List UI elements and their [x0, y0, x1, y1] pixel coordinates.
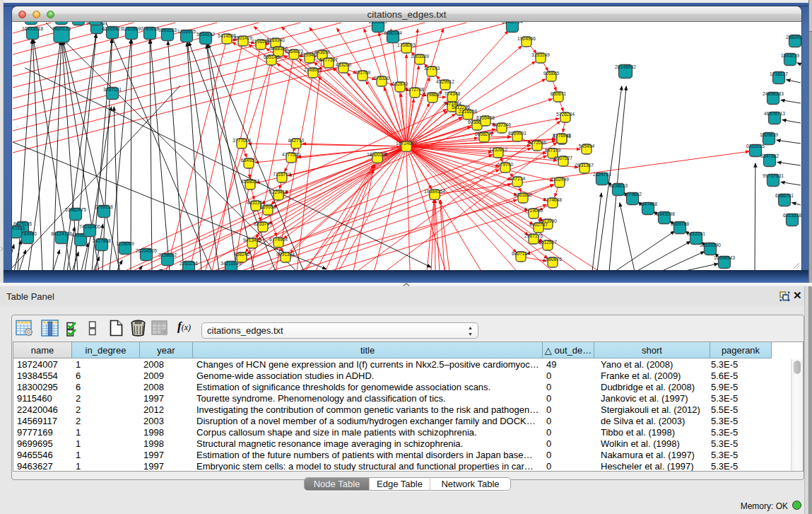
svg-text:6705466: 6705466	[476, 115, 495, 120]
svg-text:99737631: 99737631	[763, 173, 784, 178]
svg-text:0229413: 0229413	[269, 189, 288, 194]
svg-text:3287101: 3287101	[103, 87, 122, 92]
svg-text:1161559: 1161559	[122, 26, 141, 31]
svg-text:74016400: 74016400	[79, 224, 100, 229]
svg-text:3777014: 3777014	[233, 138, 251, 143]
svg-text:1316475: 1316475	[177, 29, 196, 34]
svg-text:9600133: 9600133	[52, 26, 71, 31]
svg-text:6272046: 6272046	[528, 140, 546, 145]
svg-text:0647468: 0647468	[639, 201, 657, 206]
svg-text:3172788: 3172788	[406, 87, 424, 92]
svg-text:2316658: 2316658	[459, 109, 477, 114]
svg-text:10433218: 10433218	[22, 26, 43, 31]
svg-text:632870: 632870	[392, 81, 408, 86]
svg-text:16998543: 16998543	[714, 255, 735, 260]
svg-text:2427868: 2427868	[93, 238, 111, 243]
svg-text:0103105: 0103105	[746, 144, 765, 148]
svg-text:7174648: 7174648	[543, 197, 562, 202]
svg-text:0831367: 0831367	[575, 163, 594, 168]
svg-text:443699: 443699	[314, 49, 331, 54]
svg-text:7719065: 7719065	[524, 208, 543, 213]
svg-text:46578713: 46578713	[764, 111, 785, 116]
svg-text:5777387: 5777387	[319, 57, 338, 62]
svg-text:6566701: 6566701	[775, 193, 794, 198]
svg-text:327193: 327193	[424, 66, 440, 71]
svg-text:0799118: 0799118	[95, 204, 113, 209]
svg-text:1708053: 1708053	[397, 42, 416, 47]
svg-text:8108013: 8108013	[609, 183, 628, 188]
svg-text:791769: 791769	[355, 70, 371, 75]
svg-text:18300295: 18300295	[367, 152, 388, 157]
svg-text:2967175: 2967175	[524, 233, 543, 238]
svg-text:0656272: 0656272	[475, 132, 493, 136]
svg-text:6773602: 6773602	[623, 192, 642, 197]
svg-text:7543303: 7543303	[12, 226, 25, 230]
svg-text:8480184: 8480184	[384, 30, 402, 35]
svg-text:8347382: 8347382	[760, 153, 779, 158]
svg-text:53462475: 53462475	[65, 207, 86, 212]
svg-text:869993: 869993	[260, 204, 276, 209]
svg-text:2148951: 2148951	[304, 67, 322, 72]
svg-text:5009788: 5009788	[671, 221, 689, 226]
svg-text:905865: 905865	[543, 71, 560, 76]
svg-text:5798687: 5798687	[423, 92, 442, 97]
svg-text:2691669: 2691669	[369, 22, 387, 24]
svg-text:2102499: 2102499	[551, 177, 569, 182]
svg-text:447134: 447134	[510, 176, 526, 181]
svg-text:2880957: 2880957	[786, 35, 801, 40]
svg-text:40265423: 40265423	[102, 26, 123, 31]
svg-text:51462704: 51462704	[502, 22, 523, 24]
svg-text:7116719: 7116719	[273, 172, 291, 177]
svg-text:0781618: 0781618	[141, 26, 159, 31]
svg-text:8169340: 8169340	[266, 37, 285, 42]
svg-text:1543039: 1543039	[781, 53, 799, 58]
svg-text:774348: 774348	[445, 91, 461, 96]
svg-text:8776945: 8776945	[553, 133, 571, 138]
svg-text:6513338: 6513338	[783, 213, 801, 218]
svg-text:8069901: 8069901	[508, 131, 526, 136]
svg-text:8501429: 8501429	[234, 35, 252, 40]
svg-text:26204505: 26204505	[136, 248, 157, 253]
svg-text:36193990: 36193990	[700, 243, 721, 247]
svg-text:8937346: 8937346	[493, 122, 511, 127]
svg-text:6774964: 6774964	[269, 237, 288, 242]
svg-text:1128059: 1128059	[116, 241, 134, 246]
svg-text:9091334: 9091334	[276, 252, 295, 257]
svg-text:6807154: 6807154	[512, 251, 530, 256]
svg-text:842710: 842710	[288, 138, 305, 143]
svg-text:408240: 408240	[234, 252, 250, 257]
svg-text:1904966: 1904966	[517, 36, 536, 41]
svg-text:1718227: 1718227	[770, 71, 788, 76]
svg-text:3158692: 3158692	[158, 252, 177, 257]
svg-text:8568557: 8568557	[241, 179, 259, 184]
svg-text:0812191: 0812191	[687, 231, 705, 236]
svg-text:1003309: 1003309	[411, 54, 429, 59]
svg-text:72343098: 72343098	[654, 211, 675, 216]
svg-text:4529912: 4529912	[436, 79, 454, 84]
svg-text:19384554: 19384554	[424, 189, 445, 194]
svg-text:1680876: 1680876	[543, 257, 562, 262]
svg-text:9593103: 9593103	[158, 28, 177, 33]
svg-text:9413435: 9413435	[243, 238, 261, 243]
svg-text:28148932: 28148932	[615, 64, 636, 69]
svg-text:634957: 634957	[241, 158, 257, 163]
svg-text:595148: 595148	[264, 54, 280, 59]
svg-text:2624731: 2624731	[593, 172, 611, 177]
svg-text:147379: 147379	[545, 148, 561, 153]
svg-text:5726284: 5726284	[556, 112, 575, 117]
svg-text:3193149: 3193149	[531, 52, 550, 57]
svg-text:1232812: 1232812	[489, 147, 507, 152]
svg-text:433200: 433200	[336, 62, 352, 67]
svg-text:84124118: 84124118	[51, 231, 72, 236]
svg-text:850671: 850671	[551, 91, 567, 96]
svg-text:5534192: 5534192	[196, 32, 215, 37]
svg-text:545494: 545494	[579, 144, 595, 148]
svg-text:5512567: 5512567	[539, 240, 557, 245]
svg-text:9361832: 9361832	[514, 192, 532, 197]
svg-text:6507527: 6507527	[554, 156, 572, 160]
svg-text:676320: 676320	[374, 76, 390, 81]
svg-text:679740: 679740	[498, 162, 514, 167]
svg-text:4902787: 4902787	[529, 222, 548, 227]
svg-text:1509839: 1509839	[760, 132, 778, 137]
svg-text:18724007: 18724007	[396, 141, 417, 146]
